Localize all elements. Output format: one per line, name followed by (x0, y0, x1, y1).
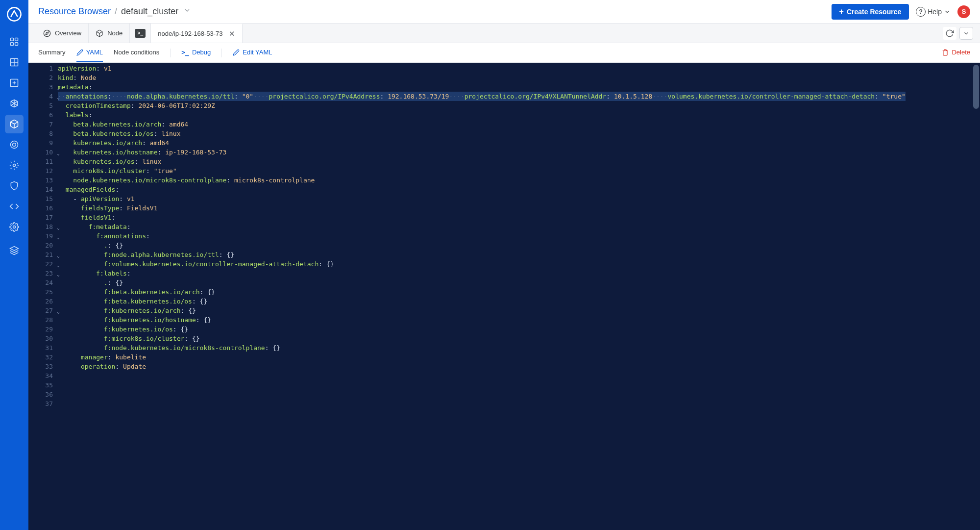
subtab-edit-yaml[interactable]: Edit YAML (233, 43, 272, 62)
yaml-editor[interactable]: 123⌄4⌄5678910⌄1112131415161718⌄19⌄2021⌄2… (28, 63, 980, 530)
editor-code[interactable]: apiVersion: v1kind: Nodemetadata:··annot… (58, 63, 980, 408)
compass-icon (43, 29, 51, 37)
svg-rect-2 (15, 38, 18, 41)
svg-point-14 (13, 164, 16, 167)
cube-icon (96, 29, 103, 37)
tab-node-detail-label: node/ip-192-168-53-73 (158, 30, 222, 37)
subtab-node-conditions[interactable]: Node conditions (114, 43, 159, 62)
refresh-icon (945, 29, 954, 38)
tab-node-label: Node (107, 29, 122, 37)
sidebar-item-layers[interactable] (5, 241, 24, 260)
terminal-icon: >_ (181, 49, 189, 56)
subtab-delete[interactable]: Delete (942, 43, 970, 62)
sidebar-item-security[interactable] (5, 177, 24, 195)
breadcrumb-root-link[interactable]: Resource Browser (38, 6, 111, 17)
sidebar-item-add[interactable] (5, 74, 24, 92)
tab-node-detail[interactable]: node/ip-192-168-53-73 ✕ (151, 24, 242, 43)
sidebar-item-resourcebrowser[interactable] (5, 115, 24, 133)
svg-point-17 (44, 30, 50, 36)
sidebar-item-helm[interactable] (5, 94, 24, 113)
subtab-summary[interactable]: Summary (38, 43, 66, 62)
tab-bar: Overview Node >_ node/ip-192-168-53-73 ✕ (28, 24, 980, 43)
chevron-down-icon (963, 30, 970, 37)
breadcrumb-current[interactable]: default_cluster (121, 6, 178, 17)
sidebar (0, 0, 28, 530)
tab-overview-label: Overview (55, 29, 81, 37)
subtab-bar: Summary YAML Node conditions >_ Debug Ed… (28, 43, 980, 63)
sidebar-item-config[interactable] (5, 156, 24, 175)
chevron-down-icon (944, 8, 951, 15)
editor-gutter: 123⌄4⌄5678910⌄1112131415161718⌄19⌄2021⌄2… (28, 63, 58, 408)
create-resource-label: Create Resource (847, 8, 901, 16)
create-resource-button[interactable]: + Create Resource (832, 4, 909, 20)
tab-node[interactable]: Node (89, 24, 130, 43)
pencil-icon (76, 49, 83, 56)
breadcrumb-separator: / (115, 6, 117, 17)
help-icon: ? (916, 7, 926, 17)
help-menu[interactable]: ? Help (916, 7, 951, 17)
scrollbar-thumb[interactable] (973, 65, 979, 109)
dropdown-button[interactable] (959, 27, 973, 40)
svg-point-15 (13, 226, 16, 228)
svg-point-12 (11, 141, 18, 149)
sidebar-item-apps[interactable] (5, 32, 24, 51)
subtab-yaml[interactable]: YAML (76, 43, 103, 62)
tab-terminal[interactable]: >_ (130, 24, 151, 43)
svg-rect-1 (11, 38, 14, 41)
subtab-debug[interactable]: >_ Debug (181, 43, 211, 62)
refresh-button[interactable] (943, 27, 956, 40)
svg-point-0 (7, 7, 21, 21)
app-logo[interactable] (5, 5, 24, 24)
trash-icon (942, 49, 949, 56)
tab-overview[interactable]: Overview (36, 24, 89, 43)
plus-icon: + (839, 8, 844, 16)
pencil-icon (233, 49, 240, 56)
terminal-icon: >_ (135, 29, 146, 38)
svg-marker-18 (46, 32, 49, 35)
sidebar-item-code[interactable] (5, 197, 24, 216)
help-label: Help (928, 8, 942, 16)
svg-rect-4 (15, 43, 18, 46)
sidebar-item-grid[interactable] (5, 53, 24, 72)
chevron-down-icon[interactable] (183, 6, 191, 17)
svg-marker-16 (10, 247, 19, 251)
header: Resource Browser / default_cluster + Cre… (28, 0, 980, 24)
sidebar-item-circle[interactable] (5, 135, 24, 154)
breadcrumb: Resource Browser / default_cluster (38, 6, 191, 17)
svg-rect-3 (11, 43, 14, 46)
close-icon[interactable]: ✕ (229, 29, 235, 38)
sidebar-item-settings[interactable] (5, 218, 24, 236)
svg-point-13 (13, 143, 16, 147)
user-avatar[interactable]: S (957, 5, 970, 18)
